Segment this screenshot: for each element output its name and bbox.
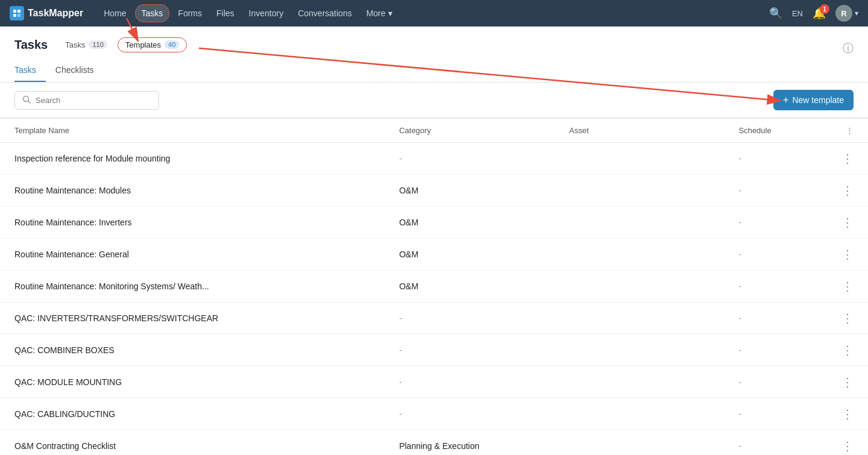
cell-actions: ⋮ — [827, 143, 868, 175]
row-options-icon[interactable]: ⋮ — [841, 280, 854, 293]
nav-forms[interactable]: Forms — [172, 5, 208, 22]
tasks-count-badge: 110 — [89, 40, 107, 49]
search-input[interactable] — [36, 96, 151, 105]
cell-template-name: Inspection reference for Module mounting — [0, 143, 385, 175]
cell-asset — [555, 398, 724, 430]
cell-schedule: - — [724, 303, 826, 334]
cell-template-name: Routine Maintenance: Inverters — [0, 207, 385, 239]
navbar: TaskMapper Home Tasks Forms Files Invent… — [0, 0, 868, 27]
cell-category: O&M — [385, 239, 555, 271]
new-template-button[interactable]: + New template — [773, 90, 854, 110]
table-row[interactable]: Routine Maintenance: InvertersO&M-⋮ — [0, 207, 868, 239]
row-options-icon[interactable]: ⋮ — [841, 152, 854, 165]
cell-schedule: - — [724, 366, 826, 398]
search-box[interactable] — [14, 91, 159, 110]
nav-tasks[interactable]: Tasks — [135, 4, 170, 22]
cell-template-name: QAC: INVERTERS/TRANSFORMERS/SWITCHGEAR — [0, 303, 385, 334]
sub-tabs: Tasks Checklists — [14, 60, 854, 82]
cell-template-name: O&M Contracting Checklist — [0, 430, 385, 456]
svg-rect-3 — [17, 14, 20, 17]
toolbar: + New template — [0, 83, 868, 118]
cell-schedule: - — [724, 175, 826, 207]
cell-category: O&M — [385, 207, 555, 239]
notifications-icon[interactable]: 🔔 1 — [813, 7, 826, 20]
table-row[interactable]: Routine Maintenance: Monitoring Systems/… — [0, 271, 868, 303]
templates-count-badge: 40 — [165, 40, 179, 49]
svg-rect-0 — [13, 10, 16, 13]
col-header-actions: ⋮ — [827, 119, 868, 143]
row-options-icon[interactable]: ⋮ — [841, 312, 854, 325]
column-options-icon[interactable]: ⋮ — [846, 126, 854, 135]
cell-schedule: - — [724, 398, 826, 430]
page-header: Tasks Tasks 110 Templates 40 ⓘ Tasks Che… — [0, 27, 868, 83]
nav-files[interactable]: Files — [210, 5, 241, 22]
col-header-name: Template Name — [0, 119, 385, 143]
cell-category: O&M — [385, 175, 555, 207]
row-options-icon[interactable]: ⋮ — [841, 216, 854, 229]
cell-asset — [555, 366, 724, 398]
table-row[interactable]: Routine Maintenance: GeneralO&M-⋮ — [0, 239, 868, 271]
cell-actions: ⋮ — [827, 303, 868, 334]
row-options-icon[interactable]: ⋮ — [841, 248, 854, 261]
cell-template-name: Routine Maintenance: General — [0, 239, 385, 271]
cell-schedule: - — [724, 334, 826, 366]
app-logo[interactable]: TaskMapper — [10, 6, 83, 20]
row-options-icon[interactable]: ⋮ — [841, 407, 854, 421]
table-row[interactable]: QAC: INVERTERS/TRANSFORMERS/SWITCHGEAR--… — [0, 303, 868, 334]
svg-rect-2 — [13, 14, 16, 17]
search-icon[interactable]: 🔍 — [769, 7, 782, 20]
cell-schedule: - — [724, 271, 826, 303]
cell-actions: ⋮ — [827, 398, 868, 430]
cell-template-name: QAC: CABLING/DUCTING — [0, 398, 385, 430]
cell-schedule: - — [724, 207, 826, 239]
sub-tab-checklists[interactable]: Checklists — [55, 60, 104, 82]
cell-schedule: - — [724, 143, 826, 175]
cell-schedule: - — [724, 239, 826, 271]
page-title: Tasks — [14, 38, 48, 52]
table-row[interactable]: QAC: COMBINER BOXES--⋮ — [0, 334, 868, 366]
table-row[interactable]: QAC: MODULE MOUNTING--⋮ — [0, 366, 868, 398]
tab-tasks[interactable]: Tasks 110 — [57, 37, 115, 52]
logo-text: TaskMapper — [28, 8, 83, 19]
cell-template-name: QAC: COMBINER BOXES — [0, 334, 385, 366]
cell-category: Planning & Execution — [385, 430, 555, 456]
cell-asset — [555, 239, 724, 271]
logo-icon — [10, 6, 24, 20]
nav-inventory[interactable]: Inventory — [243, 5, 290, 22]
cell-category: - — [385, 143, 555, 175]
col-header-category: Category — [385, 119, 555, 143]
tab-templates[interactable]: Templates 40 — [118, 37, 187, 52]
cell-actions: ⋮ — [827, 239, 868, 271]
cell-category: - — [385, 366, 555, 398]
row-options-icon[interactable]: ⋮ — [841, 184, 854, 197]
nav-home[interactable]: Home — [98, 5, 132, 22]
help-icon[interactable]: ⓘ — [843, 41, 854, 55]
table-row[interactable]: O&M Contracting ChecklistPlanning & Exec… — [0, 430, 868, 456]
table-row[interactable]: QAC: CABLING/DUCTING--⋮ — [0, 398, 868, 430]
templates-table: Template Name Category Asset Schedule ⋮ … — [0, 118, 868, 455]
col-header-asset: Asset — [555, 119, 724, 143]
row-options-icon[interactable]: ⋮ — [841, 439, 854, 453]
cell-actions: ⋮ — [827, 366, 868, 398]
cell-asset — [555, 143, 724, 175]
user-menu[interactable]: R ▾ — [835, 5, 858, 22]
nav-links: Home Tasks Forms Files Inventory Convers… — [98, 4, 755, 22]
cell-category: - — [385, 334, 555, 366]
row-options-icon[interactable]: ⋮ — [841, 344, 854, 357]
row-options-icon[interactable]: ⋮ — [841, 375, 854, 389]
cell-category: - — [385, 398, 555, 430]
cell-asset — [555, 175, 724, 207]
nav-conversations[interactable]: Conversations — [292, 5, 358, 22]
notification-badge: 1 — [820, 4, 829, 14]
svg-rect-1 — [17, 10, 20, 13]
language-selector[interactable]: EN — [792, 9, 803, 18]
table-row[interactable]: Routine Maintenance: ModulesO&M-⋮ — [0, 175, 868, 207]
cell-category: - — [385, 303, 555, 334]
cell-actions: ⋮ — [827, 207, 868, 239]
sub-tab-tasks[interactable]: Tasks — [14, 60, 46, 82]
col-header-schedule: Schedule — [724, 119, 826, 143]
table-row[interactable]: Inspection reference for Module mounting… — [0, 143, 868, 175]
nav-more[interactable]: More ▾ — [360, 5, 398, 22]
nav-right: 🔍 EN 🔔 1 R ▾ — [769, 5, 858, 22]
chevron-down-icon: ▾ — [388, 8, 392, 18]
